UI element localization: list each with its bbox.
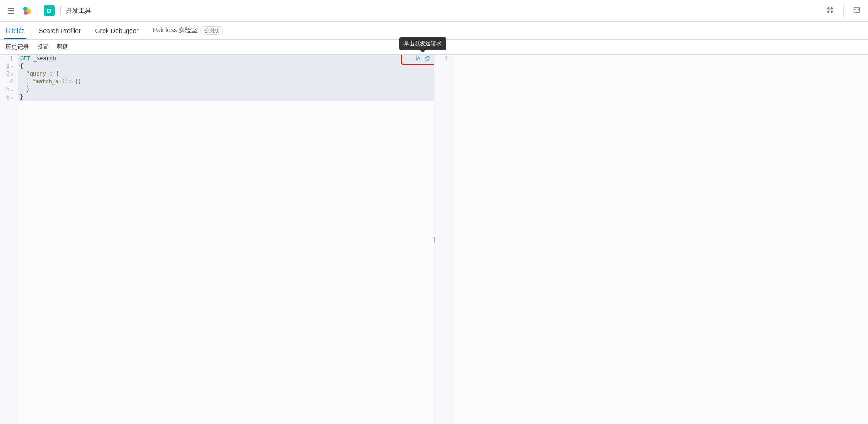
breadcrumb: 开发工具 <box>66 7 91 15</box>
mail-icon <box>853 6 861 15</box>
svg-line-5 <box>828 8 829 9</box>
divider <box>38 5 38 16</box>
elastic-logo[interactable] <box>22 5 33 16</box>
tab-grok-debugger[interactable]: Grok Debugger <box>94 24 141 38</box>
response-code <box>453 55 868 424</box>
send-request-tooltip: 单击以发送请求 <box>399 37 446 50</box>
response-editor[interactable]: 1 <box>434 55 868 424</box>
svg-point-11 <box>429 59 429 60</box>
settings-link[interactable]: 设置 <box>37 43 49 51</box>
newsfeed-button[interactable] <box>851 4 863 17</box>
svg-point-4 <box>829 9 831 11</box>
request-code[interactable]: GET _search{ "query": { "match_all": {} … <box>18 55 434 424</box>
beta-badge: 公测版 <box>200 26 223 35</box>
response-gutter: 1 <box>434 55 453 424</box>
request-editor[interactable]: 123456 GET _search{ "query": { "match_al… <box>0 55 434 424</box>
svg-marker-10 <box>416 57 420 60</box>
pane-resize-handle[interactable]: ‖ <box>433 236 435 243</box>
divider <box>60 5 61 16</box>
tab-painless-实验室[interactable]: Painless 实验室公测版 <box>151 23 225 38</box>
top-header: ☰ D 开发工具 <box>0 0 868 22</box>
svg-rect-9 <box>854 8 860 13</box>
nav-toggle-button[interactable]: ☰ <box>5 5 16 17</box>
hamburger-icon: ☰ <box>7 7 14 15</box>
lifebuoy-icon <box>826 6 834 15</box>
help-link[interactable]: 帮助 <box>57 43 69 51</box>
svg-line-7 <box>831 8 832 9</box>
svg-point-2 <box>24 11 28 15</box>
response-pane: 1 <box>434 54 868 424</box>
tab-控制台[interactable]: 控制台 <box>4 23 26 38</box>
console-workspace: 单击以发送请求 123456 GET _search{ "query": { "… <box>0 54 868 424</box>
tab-search-profiler[interactable]: Search Profiler <box>37 24 83 38</box>
request-actions <box>411 55 434 62</box>
send-request-button[interactable] <box>415 56 420 62</box>
request-gutter: 123456 <box>0 55 18 424</box>
history-link[interactable]: 历史记录 <box>5 43 29 51</box>
request-pane: 123456 GET _search{ "query": { "match_al… <box>0 54 434 424</box>
svg-line-8 <box>828 11 829 12</box>
divider <box>843 5 844 16</box>
svg-line-6 <box>831 11 832 12</box>
space-badge[interactable]: D <box>44 5 55 16</box>
help-button[interactable] <box>824 4 836 17</box>
request-options-button[interactable] <box>424 55 430 62</box>
